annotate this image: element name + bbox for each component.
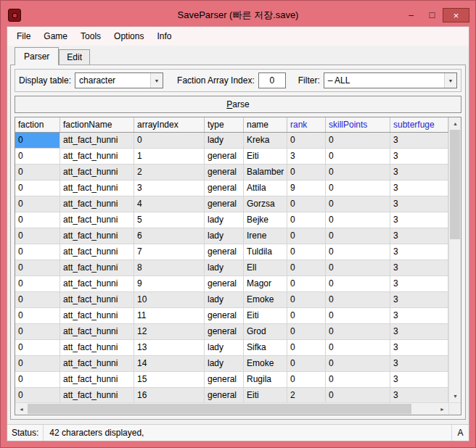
cell-arrayIndex[interactable]: 15 (134, 372, 205, 388)
cell-faction[interactable]: 0 (15, 372, 60, 388)
table-row[interactable]: 0att_fact_hunni16generalEiti203 (15, 388, 448, 402)
cell-factionName[interactable]: att_fact_hunni (60, 228, 134, 244)
cell-factionName[interactable]: att_fact_hunni (60, 372, 134, 388)
cell-subterfuge[interactable]: 3 (390, 372, 448, 388)
cell-skillPoints[interactable]: 0 (326, 196, 390, 212)
cell-faction[interactable]: 0 (15, 196, 60, 212)
column-header-skillPoints[interactable]: skillPoints (326, 117, 390, 132)
cell-skillPoints[interactable]: 0 (326, 244, 390, 260)
cell-type[interactable]: lady (205, 228, 244, 244)
cell-skillPoints[interactable]: 0 (326, 308, 390, 324)
cell-subterfuge[interactable]: 3 (390, 196, 448, 212)
display-table-select[interactable]: character ▼ (75, 72, 163, 88)
table-row[interactable]: 0att_fact_hunni8ladyEll003 (15, 260, 448, 276)
table-row[interactable]: 0att_fact_hunni12generalGrod003 (15, 324, 448, 340)
scroll-left-button[interactable]: ◄ (15, 403, 28, 415)
cell-skillPoints[interactable]: 0 (326, 260, 390, 276)
cell-arrayIndex[interactable]: 10 (134, 292, 205, 308)
horizontal-scrollbar[interactable]: ◄ ► (15, 403, 448, 415)
cell-arrayIndex[interactable]: 8 (134, 260, 205, 276)
menu-item-info[interactable]: Info (150, 28, 178, 45)
cell-rank[interactable]: 0 (287, 244, 326, 260)
cell-faction[interactable]: 0 (15, 324, 60, 340)
table-row[interactable]: 0att_fact_hunni15generalRugila003 (15, 372, 448, 388)
cell-skillPoints[interactable]: 0 (326, 212, 390, 228)
cell-arrayIndex[interactable]: 3 (134, 181, 205, 196)
tab-edit[interactable]: Edit (59, 49, 90, 65)
table-row[interactable]: 0att_fact_hunni4generalGorzsa003 (15, 196, 448, 212)
cell-subterfuge[interactable]: 3 (390, 181, 448, 196)
cell-name[interactable]: Attila (244, 181, 287, 196)
column-header-name[interactable]: name (244, 117, 287, 132)
cell-name[interactable]: Kreka (244, 133, 287, 149)
cell-subterfuge[interactable]: 3 (390, 340, 448, 356)
minimize-button[interactable]: – (401, 8, 422, 22)
cell-faction[interactable]: 0 (15, 388, 60, 402)
cell-faction[interactable]: 0 (15, 260, 60, 276)
scroll-down-button[interactable]: ▼ (449, 390, 461, 402)
table-row[interactable]: 0att_fact_hunni11generalEiti003 (15, 308, 448, 324)
cell-rank[interactable]: 0 (287, 260, 326, 276)
table-row[interactable]: 0att_fact_hunni13ladySifka003 (15, 340, 448, 356)
cell-subterfuge[interactable]: 3 (390, 292, 448, 308)
table-row[interactable]: 0att_fact_hunni0ladyKreka003 (15, 133, 448, 149)
cell-name[interactable]: Irene (244, 228, 287, 244)
cell-type[interactable]: lady (205, 292, 244, 308)
cell-rank[interactable]: 0 (287, 165, 326, 181)
cell-skillPoints[interactable]: 0 (326, 356, 390, 372)
cell-factionName[interactable]: att_fact_hunni (60, 276, 134, 292)
cell-rank[interactable]: 0 (287, 356, 326, 372)
cell-faction[interactable]: 0 (15, 133, 60, 149)
cell-faction[interactable]: 0 (15, 308, 60, 324)
cell-factionName[interactable]: att_fact_hunni (60, 181, 134, 196)
cell-type[interactable]: general (205, 276, 244, 292)
cell-subterfuge[interactable]: 3 (390, 228, 448, 244)
table-row[interactable]: 0att_fact_hunni3generalAttila903 (15, 181, 448, 196)
cell-rank[interactable]: 0 (287, 324, 326, 340)
cell-arrayIndex[interactable]: 11 (134, 308, 205, 324)
cell-factionName[interactable]: att_fact_hunni (60, 388, 134, 402)
cell-name[interactable]: Grod (244, 324, 287, 340)
cell-rank[interactable]: 3 (287, 149, 326, 165)
cell-faction[interactable]: 0 (15, 244, 60, 260)
cell-subterfuge[interactable]: 3 (390, 276, 448, 292)
column-header-faction[interactable]: faction (15, 117, 60, 132)
table-row[interactable]: 0att_fact_hunni5ladyBejke003 (15, 212, 448, 228)
cell-skillPoints[interactable]: 0 (326, 133, 390, 149)
cell-skillPoints[interactable]: 0 (326, 292, 390, 308)
cell-name[interactable]: Bejke (244, 212, 287, 228)
cell-type[interactable]: general (205, 181, 244, 196)
menu-item-tools[interactable]: Tools (74, 28, 107, 45)
table-row[interactable]: 0att_fact_hunni10ladyEmoke003 (15, 292, 448, 308)
tab-parser[interactable]: Parser (15, 47, 59, 65)
cell-name[interactable]: Ell (244, 260, 287, 276)
cell-name[interactable]: Magor (244, 276, 287, 292)
vertical-scrollbar[interactable]: ▲ ▼ (448, 117, 461, 402)
cell-rank[interactable]: 0 (287, 292, 326, 308)
cell-skillPoints[interactable]: 0 (326, 165, 390, 181)
cell-type[interactable]: general (205, 165, 244, 181)
cell-faction[interactable]: 0 (15, 292, 60, 308)
column-header-type[interactable]: type (205, 117, 244, 132)
menu-item-options[interactable]: Options (107, 28, 150, 45)
cell-faction[interactable]: 0 (15, 340, 60, 356)
scroll-right-button[interactable]: ► (436, 403, 448, 415)
filter-select[interactable]: – ALL ▼ (324, 72, 457, 88)
cell-factionName[interactable]: att_fact_hunni (60, 196, 134, 212)
cell-arrayIndex[interactable]: 9 (134, 276, 205, 292)
cell-subterfuge[interactable]: 3 (390, 260, 448, 276)
cell-arrayIndex[interactable]: 14 (134, 356, 205, 372)
cell-type[interactable]: lady (205, 212, 244, 228)
menu-item-file[interactable]: File (10, 28, 37, 45)
cell-name[interactable]: Sifka (244, 340, 287, 356)
cell-name[interactable]: Gorzsa (244, 196, 287, 212)
parse-button[interactable]: Parse (15, 96, 461, 113)
cell-rank[interactable]: 2 (287, 388, 326, 402)
cell-subterfuge[interactable]: 3 (390, 244, 448, 260)
cell-factionName[interactable]: att_fact_hunni (60, 212, 134, 228)
cell-subterfuge[interactable]: 3 (390, 308, 448, 324)
faction-array-index-input[interactable]: 0 (258, 72, 286, 88)
cell-skillPoints[interactable]: 0 (326, 340, 390, 356)
column-header-rank[interactable]: rank (287, 117, 326, 132)
cell-factionName[interactable]: att_fact_hunni (60, 308, 134, 324)
